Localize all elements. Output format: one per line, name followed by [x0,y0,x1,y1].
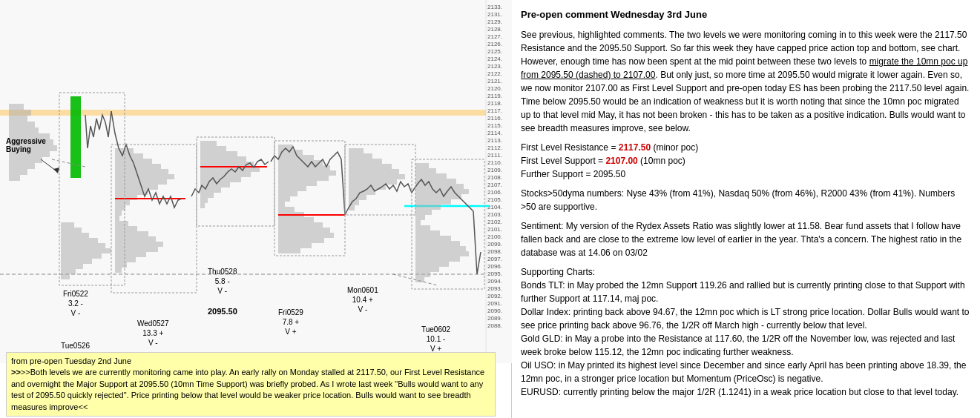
svg-rect-158 [415,210,432,215]
svg-text:2104.: 2104. [487,204,502,210]
svg-rect-79 [115,164,161,169]
svg-rect-168 [415,262,449,267]
svg-rect-65 [61,222,74,228]
svg-rect-92 [115,231,148,236]
fri0522-label: Fri05223.2 -V - [63,289,88,318]
bottom-note-body-text: >>Both levels we are currently monitorin… [11,368,484,411]
svg-text:2111.: 2111. [487,152,502,159]
svg-rect-118 [278,160,323,165]
svg-rect-59 [9,163,35,169]
svg-rect-120 [278,170,336,176]
svg-text:2116.: 2116. [487,115,502,122]
svg-rect-161 [415,225,430,230]
svg-text:2096.: 2096. [487,263,502,270]
svg-text:2131.: 2131. [487,11,502,18]
svg-rect-157 [415,205,441,210]
svg-text:2101.: 2101. [487,226,502,233]
svg-rect-122 [278,181,317,186]
svg-rect-160 [415,220,421,225]
svg-rect-66 [61,228,82,233]
svg-rect-153 [415,184,464,189]
mon0601-label: Mon060110.4 +V - [347,285,378,314]
svg-rect-110 [200,188,221,193]
svg-rect-75 [61,274,70,279]
svg-rect-131 [278,228,330,233]
svg-text:2099.: 2099. [487,241,502,248]
svg-rect-94 [115,242,163,247]
fri0529-label: Fri05297.8 +V + [278,308,303,336]
svg-rect-170 [415,272,430,277]
svg-rect-156 [415,199,451,205]
svg-rect-121 [278,176,329,181]
svg-rect-68 [61,238,98,243]
svg-rect-149 [415,163,429,168]
svg-rect-135 [278,248,300,253]
svg-rect-117 [278,155,314,160]
price-2095-label: 2095.50 [208,307,237,316]
svg-rect-53 [9,127,39,133]
bottom-note-header: from pre-open Tuesday 2nd June [11,356,490,367]
svg-rect-124 [278,191,297,196]
svg-text:2098.: 2098. [487,248,502,255]
svg-rect-126 [278,202,285,207]
svg-rect-101 [200,141,217,146]
svg-rect-141 [349,169,399,174]
svg-rect-113 [200,203,205,208]
svg-rect-163 [415,236,451,241]
svg-text:2123.: 2123. [487,63,502,70]
svg-rect-51 [9,116,27,122]
svg-rect-69 [61,243,105,248]
svg-rect-150 [415,168,436,173]
svg-rect-119 [278,165,330,170]
svg-rect-159 [415,215,425,220]
svg-rect-164 [415,241,460,246]
svg-rect-74 [61,269,76,274]
svg-rect-169 [415,267,439,272]
chart-panel: SP500 emini (ES) Jun day session only gr… [0,0,512,418]
svg-rect-72 [61,259,92,264]
svg-rect-109 [200,182,230,188]
svg-text:2107.: 2107. [487,182,502,188]
svg-rect-80 [115,169,168,174]
svg-rect-133 [278,238,324,243]
svg-rect-87 [115,205,125,210]
svg-text:2095.: 2095. [487,271,502,277]
svg-rect-52 [9,122,35,127]
svg-text:2100.: 2100. [487,233,502,240]
svg-rect-111 [200,193,214,198]
svg-rect-95 [115,247,158,252]
svg-text:2108.: 2108. [487,174,502,181]
commentary-supporting: Supporting Charts: Bonds TLT: in May pro… [521,265,971,399]
svg-text:2119.: 2119. [487,93,502,99]
migrate-underline: migrate the 10mn poc up from 2095.50 (da… [521,56,967,80]
svg-rect-50 [9,110,31,116]
svg-rect-140 [349,164,392,169]
svg-text:2109.: 2109. [487,167,502,173]
svg-text:2113.: 2113. [487,137,502,144]
wed0527-label: Wed052713.3 +V - [137,319,169,348]
svg-rect-127 [278,207,295,212]
svg-text:2089.: 2089. [487,315,502,322]
svg-rect-71 [61,253,102,259]
svg-text:2094.: 2094. [487,278,502,285]
commentary-stocks: Stocks>50dyma numbers: Nyse 43% (from 41… [521,187,971,213]
svg-text:2115.: 2115. [487,122,502,129]
svg-rect-151 [415,173,447,179]
svg-rect-49 [9,104,24,110]
svg-rect-73 [61,264,83,269]
svg-rect-142 [349,174,405,179]
svg-text:2106.: 2106. [487,189,502,196]
svg-text:2124.: 2124. [487,56,502,62]
svg-text:2102.: 2102. [487,219,502,225]
svg-rect-134 [278,243,312,248]
svg-rect-102 [200,146,226,151]
commentary-panel: Pre-open comment Wednesday 3rd June See … [512,0,980,418]
svg-rect-132 [278,233,334,238]
svg-rect-96 [115,252,146,257]
svg-rect-67 [61,233,89,238]
commentary-para-1: See previous, highlighted comments. The … [521,28,971,135]
resistance-level: 2117.50 [619,142,651,153]
svg-rect-106 [200,167,260,172]
svg-rect-155 [415,194,461,199]
svg-text:2103.: 2103. [487,211,502,218]
